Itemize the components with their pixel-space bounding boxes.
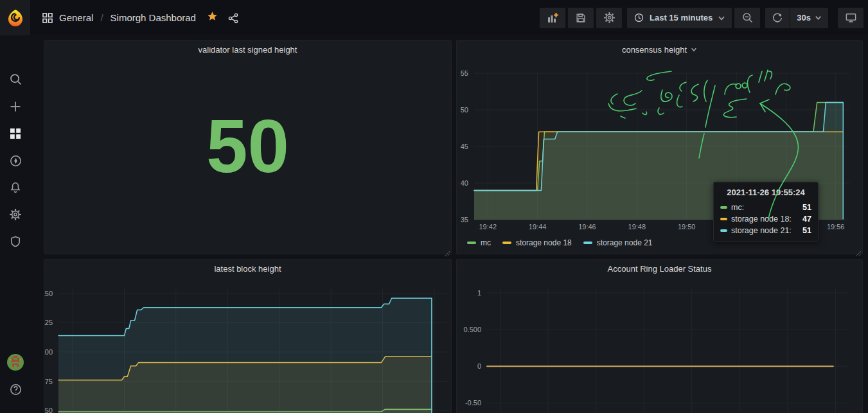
breadcrumb-section[interactable]: General — [59, 12, 93, 23]
svg-text:55: 55 — [461, 69, 468, 77]
svg-text:19:50: 19:50 — [678, 223, 696, 231]
zoom-out-time-button[interactable] — [734, 8, 760, 28]
breadcrumb: General / Simorgh Dashborad — [42, 11, 239, 25]
breadcrumb-dashboard-title[interactable]: Simorgh Dashborad — [111, 12, 196, 23]
chevron-down-icon — [718, 14, 725, 22]
panel-latest-block-height: latest block height 1501251007550 — [44, 259, 452, 413]
svg-text:1: 1 — [477, 289, 481, 297]
svg-text:100: 100 — [44, 348, 53, 356]
zoom-out-icon — [741, 12, 754, 24]
time-range-picker[interactable]: Last 15 minutes — [627, 8, 732, 28]
left-sidebar — [0, 35, 30, 413]
save-dashboard-button[interactable] — [568, 8, 594, 28]
grafana-logo-button[interactable] — [0, 0, 30, 35]
share-icon[interactable] — [227, 12, 239, 24]
tooltip-series-dash — [720, 206, 727, 209]
settings-gear-icon — [603, 12, 616, 24]
legend-series-label: storage node 21 — [597, 238, 653, 247]
svg-text:0: 0 — [477, 362, 481, 370]
legend-series-dash — [467, 242, 476, 244]
chevron-down-icon — [815, 14, 822, 21]
explore-compass-icon[interactable] — [8, 154, 22, 168]
panel-title[interactable]: Account Ring Loader Status — [457, 259, 862, 277]
help-icon[interactable] — [8, 382, 22, 396]
dashboards-grid-icon[interactable] — [8, 127, 22, 141]
svg-text:150: 150 — [44, 290, 53, 297]
configuration-gear-icon[interactable] — [8, 207, 22, 222]
stat-value: 50 — [44, 58, 451, 234]
alerting-bell-icon[interactable] — [8, 180, 22, 195]
apps-grid-icon — [42, 12, 53, 24]
chevron-down-icon — [691, 46, 697, 53]
clock-icon — [633, 12, 644, 23]
svg-text:19:42: 19:42 — [479, 223, 497, 231]
svg-text:-0.50: -0.50 — [465, 399, 481, 407]
dashboard-settings-button[interactable] — [596, 8, 622, 28]
svg-text:50: 50 — [45, 407, 53, 413]
tooltip-series-label: storage node 21: — [731, 225, 792, 236]
tv-kiosk-icon — [845, 12, 857, 24]
star-icon[interactable] — [207, 11, 218, 25]
top-navbar: General / Simorgh Dashborad — [0, 0, 868, 35]
refresh-interval-label: 30s — [797, 13, 811, 22]
dashboard-toolbar: Last 15 minutes — [540, 8, 864, 28]
svg-text:50: 50 — [461, 106, 468, 114]
panel-account-ring-loader-status: Account Ring Loader Status 10.5000-0.50 — [456, 259, 863, 413]
refresh-interval-dropdown[interactable]: 30s — [790, 8, 828, 28]
account-ring-loader-chart[interactable]: 10.5000-0.50 — [457, 277, 864, 413]
panel-validator-last-signed-height: validator last signed height 50 — [44, 40, 452, 254]
add-panel-button[interactable] — [540, 8, 565, 28]
panel-title[interactable]: consensus height — [457, 40, 862, 58]
legend-series-dash — [583, 242, 592, 244]
tooltip-row: mc:51 — [720, 202, 811, 213]
save-icon — [575, 12, 587, 24]
panel-title[interactable]: validator last signed height — [44, 40, 451, 58]
chart-tooltip: 2021-11-26 19:55:24 mc:51storage node 18… — [713, 182, 819, 242]
svg-text:75: 75 — [45, 378, 53, 385]
grafana-logo — [6, 8, 25, 28]
refresh-button[interactable] — [765, 8, 790, 28]
svg-text:19:46: 19:46 — [578, 223, 596, 231]
svg-text:19:48: 19:48 — [628, 223, 646, 231]
time-range-label: Last 15 minutes — [650, 13, 713, 22]
legend-series-label: mc — [481, 238, 491, 247]
legend-item[interactable]: storage node 21 — [583, 238, 653, 247]
panel-consensus-height: consensus height 19:4219:4419:4619:4819:… — [456, 40, 863, 254]
panel-title[interactable]: latest block height — [44, 259, 451, 277]
add-panel-icon — [546, 12, 559, 24]
latest-block-height-chart[interactable]: 1501251007550 — [44, 277, 452, 413]
tooltip-series-value: 51 — [802, 202, 811, 213]
tooltip-series-dash — [720, 229, 727, 232]
legend-item[interactable]: storage node 18 — [502, 238, 572, 247]
legend-series-dash — [502, 242, 511, 244]
legend-item[interactable]: mc — [467, 238, 491, 247]
svg-text:19:44: 19:44 — [529, 223, 547, 231]
svg-text:40: 40 — [461, 179, 468, 187]
tooltip-series-value: 51 — [802, 225, 811, 236]
breadcrumb-separator: / — [100, 12, 103, 23]
tooltip-series-value: 47 — [802, 213, 811, 225]
tooltip-series-label: storage node 18: — [731, 213, 792, 225]
panel-resize-handle[interactable] — [856, 247, 861, 252]
create-plus-icon[interactable] — [8, 100, 22, 114]
refresh-picker: 30s — [765, 8, 828, 28]
svg-text:35: 35 — [461, 216, 468, 224]
tooltip-timestamp: 2021-11-26 19:55:24 — [720, 188, 811, 197]
svg-text:125: 125 — [44, 319, 53, 326]
tooltip-row: storage node 18:47 — [720, 213, 811, 225]
chart-legend: mcstorage node 18storage node 21 — [467, 238, 653, 247]
panel-resize-handle[interactable] — [445, 247, 450, 252]
tooltip-series-dash — [720, 218, 727, 220]
cycle-view-mode-button[interactable] — [838, 8, 864, 28]
refresh-icon — [772, 12, 783, 24]
svg-text:45: 45 — [461, 143, 468, 150]
search-icon[interactable] — [8, 72, 22, 86]
svg-text:19:56: 19:56 — [827, 223, 845, 231]
user-avatar[interactable] — [7, 354, 24, 371]
svg-text:0.500: 0.500 — [463, 326, 481, 333]
legend-series-label: storage node 18 — [516, 238, 572, 247]
tooltip-row: storage node 21:51 — [720, 225, 811, 236]
tooltip-series-label: mc: — [731, 202, 744, 213]
admin-shield-icon[interactable] — [8, 234, 22, 249]
